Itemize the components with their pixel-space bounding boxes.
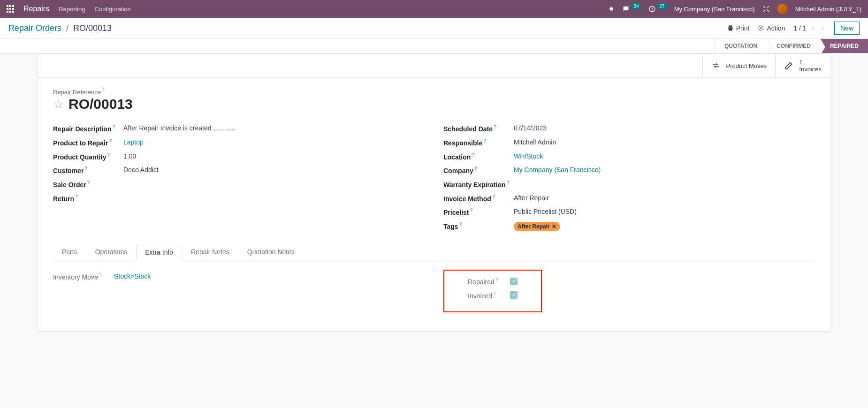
help-icon[interactable]: ? [99,272,102,278]
actionbar: Repair Orders / RO/00013 Print Action 1 … [0,18,868,39]
tab-operations[interactable]: Operations [86,243,136,260]
app-name[interactable]: Repairs [23,5,49,13]
tools-icon[interactable] [762,5,770,13]
priority-star[interactable]: ☆ [53,97,64,112]
apps-icon[interactable] [7,5,14,13]
highlight-box: Repaired? ✓ Invoiced? ✓ [443,270,542,312]
breadcrumb: Repair Orders / RO/00013 [8,23,112,33]
exchange-icon [711,62,721,69]
tags-value[interactable]: After Repair ✕ [514,222,560,231]
invoiced-checkbox[interactable]: ✓ [510,291,518,299]
tab-extra-info[interactable]: Extra Info [136,244,182,260]
repaired-label: Repaired [468,278,495,286]
tags-label: Tags [443,223,458,230]
action-button[interactable]: Action [758,24,785,32]
help-icon[interactable]: ? [507,180,510,185]
pager: 1 / 1 ‹ › [793,24,826,32]
qty-label: Product Quantity [53,153,107,160]
invoiced-label: Invoiced [468,292,492,299]
breadcrumb-root[interactable]: Repair Orders [8,23,61,33]
pager-prev[interactable]: ‹ [810,24,816,32]
stat-product-moves[interactable]: Product Moves [702,54,776,77]
help-icon[interactable]: ? [495,277,498,282]
help-icon[interactable]: ? [494,124,496,129]
qty-value[interactable]: 1.00 [123,152,136,161]
messages-icon[interactable]: 24 [622,5,640,13]
user-menu[interactable]: Mitchell Admin (JULY_1) [795,6,861,13]
tag-remove-icon[interactable]: ✕ [552,223,556,230]
tag-after-repair[interactable]: After Repair ✕ [514,222,560,231]
page-title: RO/00013 [69,96,133,112]
nav-configuration[interactable]: Configuration [95,6,131,13]
move-value[interactable]: Stock>Stock [114,272,151,281]
move-label: Inventory Move [53,273,98,281]
activities-badge: 27 [658,3,667,9]
help-icon[interactable]: ? [107,152,110,158]
topbar: Repairs Reporting Configuration 24 27 My… [0,0,868,18]
bug-icon[interactable] [608,6,615,12]
help-icon[interactable]: ? [459,222,462,227]
status-row: QUOTATION CONFIRMED REPAIRED [0,39,868,53]
avatar[interactable] [777,4,788,14]
warr-label: Warranty Expiration [443,181,506,189]
so-label: Sale Order [53,181,86,189]
edit-icon [784,61,793,70]
help-icon[interactable]: ? [470,208,472,213]
help-icon[interactable]: ? [84,166,87,171]
help-icon[interactable]: ? [472,152,474,158]
tab-repair-notes[interactable]: Repair Notes [182,243,238,260]
breadcrumb-current: RO/00013 [73,23,112,33]
cust-label: Customer [53,167,84,174]
price-label: Pricelist [443,209,469,216]
stat-invoices[interactable]: 1 Invoices [775,54,830,77]
gear-icon [758,25,764,31]
pager-text[interactable]: 1 / 1 [793,24,806,32]
ref-label: Repair Reference [53,89,101,96]
loc-label: Location [443,153,471,160]
breadcrumb-sep: / [66,23,69,33]
help-icon[interactable]: ? [492,194,495,199]
desc-value[interactable]: After Repair Invoice is created ,.......… [123,124,235,133]
help-icon[interactable]: ? [112,124,115,129]
status-quotation[interactable]: QUOTATION [715,39,767,53]
new-button[interactable]: New [834,22,860,35]
product-label: Product to Repair [53,139,108,147]
sched-label: Scheduled Date [443,125,493,133]
tab-parts[interactable]: Parts [53,243,86,260]
help-icon[interactable]: ? [493,291,496,296]
help-icon[interactable]: ? [483,138,486,144]
help-icon[interactable]: ? [102,87,105,92]
cust-value[interactable]: Deco Addict [123,166,159,174]
help-icon[interactable]: ? [87,180,90,185]
desc-label: Repair Description [53,125,111,133]
product-value[interactable]: Laptop [123,138,144,147]
svg-point-0 [610,8,613,11]
tabs: Parts Operations Extra Info Repair Notes… [53,243,815,260]
svg-point-5 [761,27,762,29]
comp-label: Company [443,167,473,174]
print-icon [727,25,734,31]
pager-next[interactable]: › [820,24,826,32]
comp-value[interactable]: My Company (San Francisco) [514,166,601,174]
resp-label: Responsible [443,139,482,147]
loc-value[interactable]: WH/Stock [514,152,543,161]
status-confirmed[interactable]: CONFIRMED [767,39,820,53]
tab-quotation-notes[interactable]: Quotation Notes [238,243,304,260]
resp-value[interactable]: Mitchell Admin [514,138,556,147]
repaired-checkbox[interactable]: ✓ [510,278,518,285]
nav-reporting[interactable]: Reporting [59,6,85,13]
status-repaired[interactable]: REPAIRED [820,39,868,53]
help-icon[interactable]: ? [474,166,477,171]
sched-value[interactable]: 07/14/2023 [514,124,547,133]
form-sheet: Product Moves 1 Invoices Repair Referenc… [38,53,830,332]
company-selector[interactable]: My Company (San Francisco) [674,6,755,13]
messages-badge: 24 [632,3,640,9]
return-label: Return [53,195,74,202]
help-icon[interactable]: ? [109,138,112,144]
print-button[interactable]: Print [727,24,750,32]
inv-value[interactable]: After Repair [514,194,549,203]
price-value[interactable]: Public Pricelist (USD) [514,208,577,216]
activities-icon[interactable]: 27 [648,5,667,13]
inv-label: Invoice Method [443,195,491,202]
help-icon[interactable]: ? [75,194,78,199]
